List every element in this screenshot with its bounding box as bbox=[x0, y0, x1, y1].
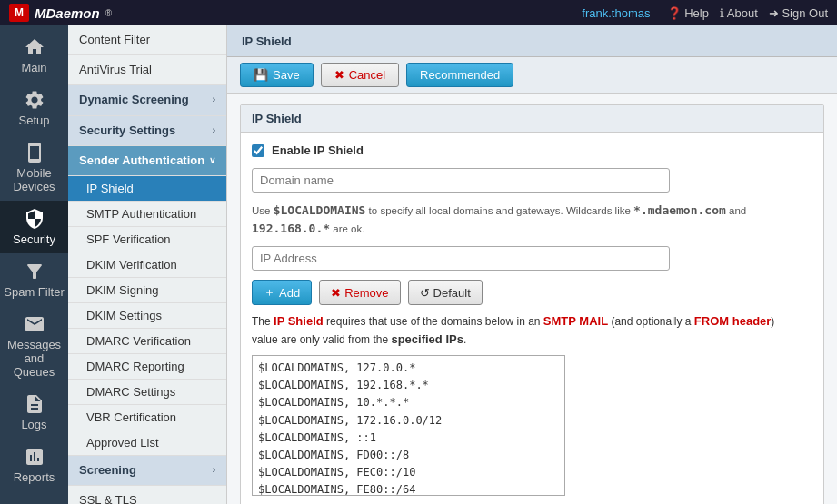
remove-icon: ✖ bbox=[331, 286, 341, 300]
ip-field-row bbox=[252, 246, 812, 271]
sidebar-item-mobile[interactable]: Mobile Devices bbox=[0, 134, 68, 201]
topbar-nav: frank.thomas ❓ Help ℹ About ➜ Sign Out bbox=[582, 6, 828, 20]
menu-smtp-auth[interactable]: SMTP Authentication bbox=[68, 202, 226, 227]
sidebar-item-messages[interactable]: Messages and Queues bbox=[0, 306, 68, 386]
about-link[interactable]: ℹ About bbox=[720, 6, 758, 20]
domain-input[interactable] bbox=[252, 168, 670, 193]
sidebar-item-security[interactable]: Security bbox=[0, 201, 68, 253]
chevron-right-icon: › bbox=[213, 464, 215, 477]
logo: M MDaemon® bbox=[9, 4, 112, 22]
hint-text: Use $LOCALDOMAINS to specify all local d… bbox=[252, 202, 812, 237]
default-icon: ↺ bbox=[420, 286, 430, 300]
add-icon: ＋ bbox=[264, 284, 275, 301]
menu-content-filter[interactable]: Content Filter bbox=[68, 25, 226, 55]
page-header: IP Shield bbox=[227, 25, 837, 57]
menu-antivirus-trial[interactable]: AntiVirus Trial bbox=[68, 55, 226, 85]
topbar-user: frank.thomas bbox=[582, 6, 650, 20]
sidebar-item-logs[interactable]: Logs bbox=[0, 386, 68, 439]
ip-shield-panel: IP Shield Enable IP Shield Use $LOCALDOM… bbox=[240, 104, 824, 504]
menu-security-settings[interactable]: Security Settings › bbox=[68, 116, 226, 146]
action-buttons: ＋ Add ✖ Remove ↺ Default bbox=[252, 280, 812, 305]
content-area: IP Shield Enable IP Shield Use $LOCALDOM… bbox=[227, 94, 837, 504]
sidebar-menu: Content Filter AntiVirus Trial Dynamic S… bbox=[68, 25, 227, 504]
chevron-down-icon: ∨ bbox=[209, 154, 215, 167]
cancel-icon: ✖ bbox=[334, 68, 344, 82]
recommended-button[interactable]: Recommended bbox=[406, 63, 513, 87]
menu-dmarc-verification[interactable]: DMARC Verification bbox=[68, 329, 226, 354]
logo-icon: M bbox=[9, 4, 29, 22]
panel-header: IP Shield bbox=[241, 105, 823, 133]
panel-body: Enable IP Shield Use $LOCALDOMAINS to sp… bbox=[241, 133, 823, 504]
ip-list-container: $LOCALDOMAINS, 127.0.0.* $LOCALDOMAINS, … bbox=[252, 355, 565, 496]
logo-registered: ® bbox=[105, 8, 112, 18]
add-button[interactable]: ＋ Add bbox=[252, 280, 312, 305]
sidebar-item-setup[interactable]: Setup bbox=[0, 82, 68, 134]
menu-dkim-verification[interactable]: DKIM Verification bbox=[68, 252, 226, 278]
menu-dynamic-screening[interactable]: Dynamic Screening › bbox=[68, 85, 226, 115]
topbar: M MDaemon® frank.thomas ❓ Help ℹ About ➜… bbox=[0, 0, 837, 25]
main-content: IP Shield 💾 Save ✖ Cancel Recommended IP… bbox=[227, 25, 837, 504]
menu-ip-shield[interactable]: IP Shield bbox=[68, 176, 226, 202]
sidebar-item-spam[interactable]: Spam Filter bbox=[0, 253, 68, 306]
menu-spf-verification[interactable]: SPF Verification bbox=[68, 227, 226, 252]
chevron-right-icon: › bbox=[213, 124, 215, 137]
enable-label[interactable]: Enable IP Shield bbox=[272, 143, 364, 157]
cancel-button[interactable]: ✖ Cancel bbox=[321, 63, 399, 87]
layout: Main Setup Mobile Devices Security Spam … bbox=[0, 25, 837, 504]
menu-dmarc-reporting[interactable]: DMARC Reporting bbox=[68, 354, 226, 380]
domain-field-row bbox=[252, 168, 812, 193]
save-icon: 💾 bbox=[254, 68, 268, 82]
sidebar-icons: Main Setup Mobile Devices Security Spam … bbox=[0, 25, 68, 504]
ip-input[interactable] bbox=[252, 246, 670, 271]
menu-dmarc-settings[interactable]: DMARC Settings bbox=[68, 380, 226, 405]
sidebar-item-reports[interactable]: Reports bbox=[0, 439, 68, 491]
ip-list[interactable]: $LOCALDOMAINS, 127.0.0.* $LOCALDOMAINS, … bbox=[253, 356, 564, 495]
remove-button[interactable]: ✖ Remove bbox=[319, 280, 400, 305]
toolbar: 💾 Save ✖ Cancel Recommended bbox=[227, 57, 837, 94]
menu-screening[interactable]: Screening › bbox=[68, 456, 226, 486]
help-link[interactable]: ❓ Help bbox=[667, 6, 709, 20]
menu-dkim-signing[interactable]: DKIM Signing bbox=[68, 278, 226, 303]
sidebar-item-main[interactable]: Main bbox=[0, 29, 68, 82]
menu-sender-auth[interactable]: Sender Authentication ∨ bbox=[68, 146, 226, 176]
save-button[interactable]: 💾 Save bbox=[240, 63, 314, 87]
enable-row: Enable IP Shield bbox=[252, 143, 812, 157]
menu-approved-list[interactable]: Approved List bbox=[68, 430, 226, 456]
menu-vbr-certification[interactable]: VBR Certification bbox=[68, 405, 226, 430]
signout-link[interactable]: ➜ Sign Out bbox=[769, 6, 828, 20]
default-button[interactable]: ↺ Default bbox=[408, 280, 483, 305]
menu-ssl-tls[interactable]: SSL & TLS bbox=[68, 486, 226, 504]
menu-dkim-settings[interactable]: DKIM Settings bbox=[68, 303, 226, 329]
description-text: The IP Shield requires that use of the d… bbox=[252, 312, 812, 348]
chevron-right-icon: › bbox=[213, 94, 215, 106]
page-title: IP Shield bbox=[242, 35, 292, 48]
enable-checkbox[interactable] bbox=[252, 144, 264, 157]
logo-text: MDaemon bbox=[35, 5, 100, 21]
